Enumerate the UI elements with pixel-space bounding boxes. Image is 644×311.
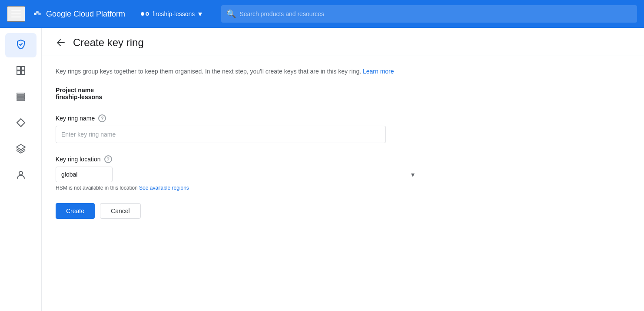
svg-marker-11 bbox=[17, 119, 25, 127]
sidebar-item-dashboard[interactable] bbox=[5, 59, 37, 84]
learn-more-link[interactable]: Learn more bbox=[363, 68, 394, 75]
svg-point-13 bbox=[19, 171, 23, 175]
see-available-regions-link[interactable]: See available regions bbox=[139, 185, 189, 191]
project-info: Project name fireship-lessons bbox=[56, 87, 419, 100]
svg-rect-6 bbox=[21, 71, 25, 74]
svg-point-2 bbox=[36, 11, 39, 13]
key-ring-name-help-icon[interactable]: ? bbox=[98, 114, 106, 122]
key-ring-name-label: Key ring name ? bbox=[56, 114, 419, 122]
sidebar bbox=[0, 28, 42, 311]
app-title: Google Cloud Platform bbox=[46, 10, 125, 19]
page-header: Create key ring bbox=[42, 28, 644, 56]
project-name-label: Project name bbox=[56, 87, 419, 94]
form-actions: Create Cancel bbox=[56, 203, 419, 219]
svg-rect-9 bbox=[17, 97, 25, 99]
project-name: fireship-lessons bbox=[153, 10, 195, 17]
gcp-logo-icon bbox=[32, 9, 43, 19]
key-ring-location-label: Key ring location ? bbox=[56, 155, 419, 163]
svg-rect-4 bbox=[21, 67, 25, 70]
project-icon bbox=[141, 12, 149, 16]
create-button[interactable]: Create bbox=[56, 203, 95, 219]
svg-marker-12 bbox=[17, 144, 25, 150]
form-content: Key rings group keys together to keep th… bbox=[42, 56, 433, 229]
dashboard-icon bbox=[16, 65, 26, 77]
svg-rect-8 bbox=[17, 95, 25, 97]
svg-rect-10 bbox=[17, 100, 25, 100]
cancel-button[interactable]: Cancel bbox=[100, 203, 141, 219]
hamburger-button[interactable] bbox=[7, 6, 25, 22]
sidebar-item-firestore[interactable] bbox=[5, 85, 37, 110]
key-ring-location-group: Key ring location ? global us-east1 us-w… bbox=[56, 155, 419, 191]
sidebar-item-appengine[interactable] bbox=[5, 111, 37, 136]
layers-icon bbox=[16, 144, 26, 156]
project-dropdown-chevron-icon: ▾ bbox=[198, 9, 202, 19]
shield-icon bbox=[16, 39, 26, 51]
sidebar-item-security[interactable] bbox=[5, 33, 37, 57]
sidebar-item-iam[interactable] bbox=[5, 164, 37, 188]
location-select[interactable]: global us-east1 us-west1 europe-west1 as… bbox=[56, 167, 113, 182]
svg-point-1 bbox=[38, 13, 41, 15]
back-arrow-icon bbox=[56, 37, 66, 48]
select-chevron-icon: ▾ bbox=[411, 171, 415, 179]
project-name-value: fireship-lessons bbox=[56, 94, 419, 100]
key-ring-name-group: Key ring name ? bbox=[56, 114, 419, 143]
search-icon: 🔍 bbox=[226, 9, 236, 19]
table-icon bbox=[16, 91, 26, 104]
search-bar[interactable]: 🔍 bbox=[221, 5, 637, 23]
header-logo: Google Cloud Platform bbox=[32, 9, 125, 19]
sidebar-item-cloudrun[interactable] bbox=[5, 137, 37, 162]
search-input[interactable] bbox=[239, 10, 632, 17]
svg-rect-3 bbox=[17, 67, 20, 70]
svg-rect-7 bbox=[17, 93, 25, 94]
main-content: Create key ring Key rings group keys tog… bbox=[42, 28, 644, 311]
svg-rect-5 bbox=[17, 71, 20, 74]
location-select-wrapper: global us-east1 us-west1 europe-west1 as… bbox=[56, 167, 419, 182]
description-text: Key rings group keys together to keep th… bbox=[56, 67, 419, 76]
svg-point-0 bbox=[34, 13, 37, 15]
top-header: Google Cloud Platform fireship-lessons ▾… bbox=[0, 0, 644, 28]
back-button[interactable] bbox=[56, 37, 66, 48]
key-ring-name-input[interactable] bbox=[56, 126, 386, 143]
key-ring-location-help-icon[interactable]: ? bbox=[104, 155, 112, 163]
page-title: Create key ring bbox=[73, 37, 144, 49]
person-icon bbox=[16, 170, 26, 182]
location-hint: HSM is not available in this location Se… bbox=[56, 185, 419, 191]
project-selector[interactable]: fireship-lessons ▾ bbox=[136, 7, 207, 21]
diamond-icon bbox=[16, 117, 26, 130]
